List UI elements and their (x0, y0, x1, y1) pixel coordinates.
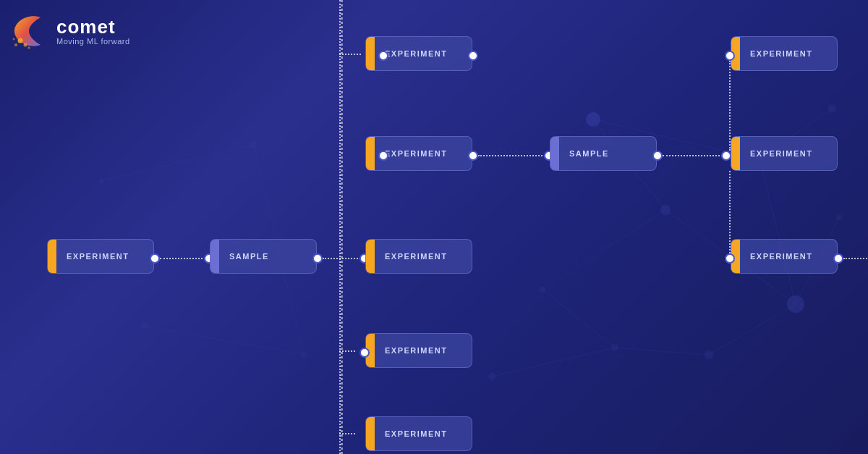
line-exp7-right (843, 258, 868, 259)
vertical-divider (341, 0, 343, 454)
node-sidebar-smp1 (550, 137, 559, 170)
node-experiment-8: EXPERIMENT (365, 333, 472, 368)
logo-icon (10, 12, 49, 51)
node-label-exp7: EXPERIMENT (740, 252, 823, 261)
svg-line-19 (615, 348, 709, 355)
node-label-exp3: EXPERIMENT (740, 49, 823, 58)
node-label-smp1: SAMPLE (559, 149, 619, 158)
node-sidebar-exp4 (731, 137, 740, 170)
svg-point-28 (18, 38, 23, 43)
hline-to-exp9 (339, 433, 355, 434)
line-smp1-exp4 (663, 155, 726, 156)
line-exp5-smp2 (160, 258, 205, 259)
node-experiment-4: EXPERIMENT (731, 136, 838, 171)
line-smp2-exp6 (323, 258, 361, 259)
svg-point-29 (24, 43, 27, 47)
node-sidebar-1 (366, 37, 375, 70)
svg-line-20 (542, 290, 615, 348)
logo-subtitle: Moving ML forward (56, 37, 130, 46)
line-exp2-smp1 (478, 155, 545, 156)
conn-exp2-right (468, 151, 478, 161)
svg-line-17 (760, 159, 796, 304)
node-sidebar-smp2 (210, 240, 219, 273)
svg-line-26 (145, 326, 304, 355)
svg-line-21 (492, 348, 615, 377)
node-experiment-5: EXPERIMENT (47, 239, 154, 274)
node-sidebar-exp9 (366, 417, 375, 450)
svg-point-32 (13, 38, 15, 41)
conn-exp5-right (150, 253, 160, 264)
node-experiment-3: EXPERIMENT (731, 36, 838, 71)
node-label-exp9: EXPERIMENT (375, 429, 458, 438)
vline-center-top (339, 0, 341, 454)
vline-right-mid (729, 171, 731, 253)
conn-smp1-right (652, 151, 663, 161)
conn-exp7-right (833, 253, 843, 264)
svg-point-31 (27, 46, 30, 49)
conn-exp8-left (359, 348, 370, 358)
hline-to-exp1 (339, 54, 361, 55)
conn-exp1-left (378, 51, 388, 61)
vline-right-top (729, 61, 731, 151)
conn-exp1-right (468, 51, 478, 61)
node-label-smp2: SAMPLE (219, 252, 279, 261)
svg-point-30 (14, 43, 17, 46)
conn-exp7-left (725, 253, 735, 264)
node-label-exp6: EXPERIMENT (375, 252, 458, 261)
logo-title: comet (56, 17, 130, 38)
node-label-exp4: EXPERIMENT (740, 149, 823, 158)
node-experiment-7: EXPERIMENT (731, 239, 838, 274)
node-experiment-6: EXPERIMENT (365, 239, 472, 274)
conn-exp4-left (721, 151, 731, 161)
node-label-exp8: EXPERIMENT (375, 346, 458, 355)
node-experiment-9: EXPERIMENT (365, 416, 472, 451)
node-sample-2: SAMPLE (210, 239, 317, 274)
conn-exp2-left (378, 151, 388, 161)
node-sidebar-2 (366, 137, 375, 170)
node-sidebar-exp5 (48, 240, 56, 273)
svg-line-24 (542, 210, 665, 290)
logo-text: comet Moving ML forward (56, 17, 130, 46)
conn-smp2-right (312, 253, 323, 264)
node-label-exp5: EXPERIMENT (56, 252, 140, 261)
svg-line-25 (101, 145, 253, 181)
svg-line-18 (709, 304, 796, 355)
logo: comet Moving ML forward (10, 12, 130, 51)
conn-exp3-left (725, 51, 735, 61)
hline-to-exp8 (339, 350, 355, 352)
node-sample-1: SAMPLE (550, 136, 657, 171)
node-sidebar-exp6 (366, 240, 375, 273)
